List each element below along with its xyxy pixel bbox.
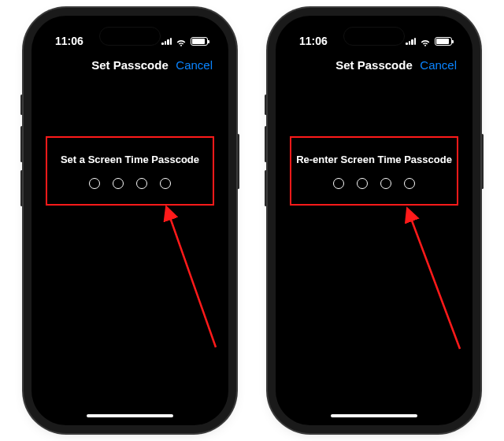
phone-left: 11:06 Set Passcode Cancel Set a Screen T… [32, 16, 228, 425]
passcode-dot [333, 178, 344, 189]
battery-icon [435, 37, 452, 46]
nav-bar: Set Passcode Cancel [279, 54, 469, 80]
svg-line-1 [408, 210, 460, 349]
passcode-dot [136, 178, 147, 189]
mute-switch [265, 94, 267, 115]
volume-down-button [20, 170, 23, 206]
power-button [237, 134, 239, 189]
passcode-dot [404, 178, 415, 189]
passcode-heading: Set a Screen Time Passcode [61, 154, 199, 165]
cancel-button[interactable]: Cancel [170, 58, 213, 72]
wifi-icon [420, 37, 431, 45]
phone-frame: 11:06 Set Passcode Cancel Set a Screen T… [32, 16, 228, 425]
dynamic-island [99, 27, 161, 46]
annotation-highlight-box: Re-enter Screen Time Passcode [290, 136, 458, 206]
screen: 11:06 Set Passcode Cancel Re-enter Scree… [279, 19, 469, 422]
cellular-icon [161, 37, 172, 45]
passcode-dot [357, 178, 368, 189]
screen: 11:06 Set Passcode Cancel Set a Screen T… [35, 19, 225, 422]
passcode-input[interactable] [333, 178, 415, 189]
content-area: Set a Screen Time Passcode [35, 80, 225, 422]
passcode-heading: Re-enter Screen Time Passcode [296, 154, 452, 165]
annotation-arrow-icon [153, 198, 224, 355]
volume-up-button [265, 126, 267, 162]
annotation-arrow-icon [387, 199, 466, 357]
phone-right: 11:06 Set Passcode Cancel Re-enter Scree… [276, 16, 472, 425]
passcode-dot [160, 178, 171, 189]
status-right [161, 37, 208, 46]
status-time: 11:06 [55, 35, 83, 47]
passcode-dot [380, 178, 391, 189]
nav-title: Set Passcode [90, 58, 170, 72]
power-button [481, 134, 484, 189]
svg-line-0 [167, 209, 216, 347]
cancel-button[interactable]: Cancel [414, 58, 457, 72]
nav-title: Set Passcode [334, 58, 414, 72]
status-right [406, 37, 452, 46]
home-indicator[interactable] [331, 414, 417, 417]
status-time: 11:06 [299, 35, 328, 47]
volume-up-button [20, 126, 23, 162]
passcode-dot [113, 178, 124, 189]
passcode-input[interactable] [89, 178, 171, 189]
nav-bar: Set Passcode Cancel [35, 54, 225, 80]
phone-frame: 11:06 Set Passcode Cancel Re-enter Scree… [276, 16, 472, 425]
battery-icon [191, 37, 208, 46]
dynamic-island [343, 27, 405, 46]
mute-switch [20, 94, 23, 115]
content-area: Re-enter Screen Time Passcode [279, 80, 469, 422]
volume-down-button [265, 170, 267, 206]
passcode-dot [89, 178, 100, 189]
home-indicator[interactable] [87, 414, 173, 417]
cellular-icon [406, 37, 416, 45]
annotation-highlight-box: Set a Screen Time Passcode [46, 136, 214, 206]
wifi-icon [176, 37, 187, 45]
